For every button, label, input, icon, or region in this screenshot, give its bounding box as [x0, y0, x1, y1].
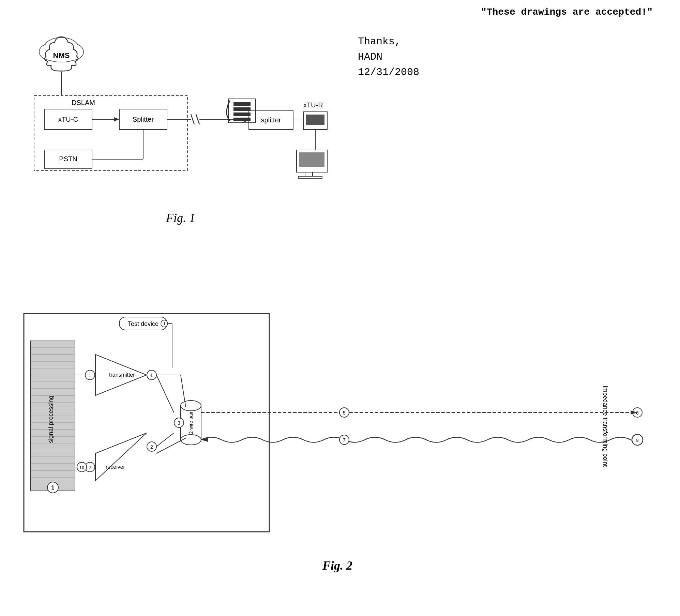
svg-text:NMS: NMS: [53, 51, 70, 60]
svg-line-103: [156, 375, 174, 412]
svg-text:PSTN: PSTN: [59, 155, 77, 163]
svg-text:6: 6: [636, 410, 639, 416]
svg-text:1: 1: [150, 373, 153, 378]
svg-rect-27: [233, 102, 251, 106]
svg-text:3: 3: [178, 420, 180, 426]
page: "These drawings are accepted!" Thanks, H…: [0, 0, 680, 616]
svg-rect-35: [306, 115, 324, 125]
thanks-line3: 12/31/2008: [358, 65, 419, 80]
svg-text:xTU-R: xTU-R: [303, 101, 323, 109]
svg-rect-28: [233, 107, 251, 111]
thanks-line2: HADN: [358, 49, 419, 65]
svg-text:2: 2: [89, 465, 91, 470]
svg-text:splitter: splitter: [261, 116, 281, 124]
svg-rect-38: [305, 172, 313, 176]
svg-line-23: [191, 114, 194, 124]
svg-text:7: 7: [343, 437, 346, 443]
svg-text:5: 5: [343, 410, 346, 416]
svg-text:1: 1: [163, 321, 166, 326]
svg-text:DSLAM: DSLAM: [72, 99, 95, 106]
svg-text:1: 1: [89, 373, 91, 378]
svg-text:Splitter: Splitter: [133, 116, 154, 123]
svg-rect-39: [298, 176, 322, 178]
svg-text:10: 10: [79, 465, 84, 470]
svg-line-24: [196, 114, 199, 124]
thanks-block: Thanks, HADN 12/31/2008: [358, 34, 419, 80]
svg-text:Test device: Test device: [128, 320, 158, 327]
svg-line-104: [156, 433, 174, 447]
svg-text:xTU-C: xTU-C: [58, 116, 78, 123]
svg-point-88: [181, 401, 201, 411]
svg-text:receiver: receiver: [106, 464, 125, 470]
thanks-line1: Thanks,: [358, 34, 419, 49]
svg-text:8: 8: [636, 438, 638, 443]
svg-marker-93: [95, 433, 147, 481]
fig2-svg: signal processing 1 Test device 1 transm…: [17, 307, 658, 559]
svg-marker-15: [114, 117, 119, 121]
svg-text:transmitter: transmitter: [109, 372, 135, 378]
svg-text:1: 1: [51, 485, 55, 491]
svg-text:signal processing: signal processing: [47, 395, 54, 443]
svg-text:2: 2: [150, 444, 153, 450]
svg-text:Impedance transforming point: Impedance transforming point: [602, 386, 609, 467]
fig1-area: NMS DSLAM xTU-C Splitter PSTN: [17, 27, 344, 225]
fig2-area: signal processing 1 Test device 1 transm…: [17, 307, 658, 573]
fig1-svg: NMS DSLAM xTU-C Splitter PSTN: [17, 27, 341, 211]
svg-point-89: [181, 435, 201, 445]
svg-rect-29: [233, 112, 251, 116]
svg-line-118: [156, 438, 186, 453]
svg-rect-37: [299, 152, 324, 167]
fig2-label: Fig. 2: [322, 558, 352, 573]
svg-text:2-wire pair: 2-wire pair: [188, 411, 194, 434]
quote-text: "These drawings are accepted!": [481, 7, 653, 17]
fig1-label: Fig. 1: [166, 211, 195, 225]
